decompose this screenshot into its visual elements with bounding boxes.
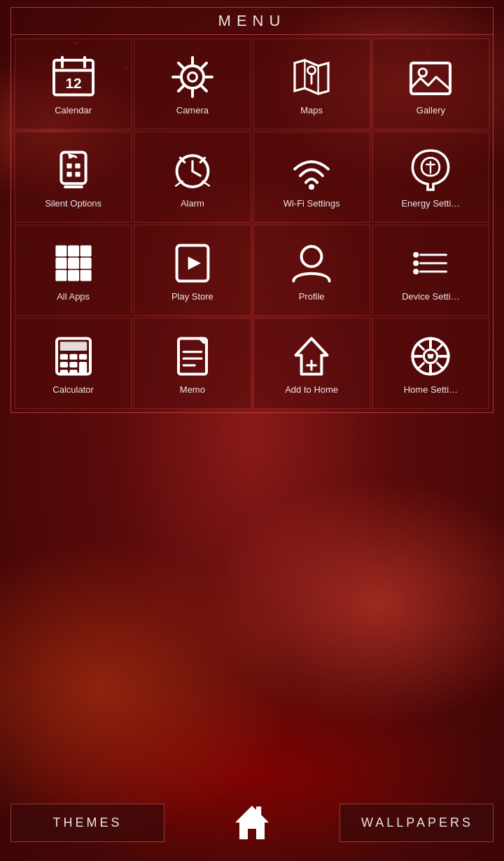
- calendar-label: Calendar: [55, 105, 92, 116]
- svg-line-13: [178, 85, 185, 91]
- svg-point-34: [309, 184, 314, 190]
- svg-rect-36: [55, 246, 66, 257]
- device-settings-label: Device Setti…: [402, 291, 459, 302]
- svg-rect-25: [75, 172, 80, 177]
- app-item-add-to-home[interactable]: Add to Home: [253, 318, 370, 409]
- svg-point-50: [414, 260, 419, 266]
- silent-options-icon: [51, 148, 96, 192]
- svg-point-14: [188, 73, 197, 82]
- svg-rect-22: [66, 164, 71, 169]
- gallery-label: Gallery: [416, 105, 445, 116]
- svg-point-48: [414, 252, 419, 258]
- add-to-home-icon: [289, 334, 334, 379]
- profile-icon: [289, 241, 334, 286]
- device-settings-icon: [408, 241, 453, 286]
- silent-options-label: Silent Options: [45, 198, 102, 209]
- bottom-area: [0, 413, 504, 791]
- calculator-icon: [51, 334, 96, 379]
- bottom-bar: THEMES WALLPAPERS: [0, 791, 504, 861]
- app-item-device-settings[interactable]: Device Setti…: [372, 225, 489, 316]
- app-item-profile[interactable]: Profile: [253, 225, 370, 316]
- svg-rect-57: [69, 354, 77, 360]
- energy-settings-label: Energy Setti…: [401, 198, 460, 209]
- app-item-calendar[interactable]: 12 Calendar: [15, 38, 132, 130]
- app-item-energy-settings[interactable]: Energy Setti…: [372, 132, 489, 223]
- svg-rect-64: [178, 339, 206, 374]
- menu-header: MENU: [10, 7, 493, 34]
- app-item-wifi-settings[interactable]: Wi-Fi Settings: [253, 132, 370, 223]
- app-item-play-store[interactable]: Play Store: [134, 225, 251, 316]
- home-icon: [231, 802, 273, 844]
- app-grid: 12 Calendar Camera Maps Gallery Silent O…: [15, 38, 489, 409]
- svg-line-79: [438, 344, 444, 350]
- calendar-icon: 12: [51, 55, 96, 99]
- svg-rect-82: [256, 806, 261, 816]
- wifi-settings-label: Wi-Fi Settings: [284, 198, 340, 209]
- svg-rect-58: [79, 354, 87, 360]
- svg-rect-44: [80, 270, 91, 281]
- svg-rect-24: [66, 172, 71, 177]
- svg-rect-23: [75, 164, 80, 169]
- svg-line-11: [200, 85, 206, 91]
- alarm-label: Alarm: [181, 198, 204, 209]
- svg-rect-55: [59, 342, 86, 351]
- svg-rect-61: [79, 362, 87, 374]
- svg-rect-62: [59, 370, 67, 374]
- svg-line-10: [178, 63, 185, 69]
- all-apps-icon: [51, 241, 96, 286]
- maps-icon: [289, 55, 334, 99]
- app-item-alarm[interactable]: Alarm: [134, 132, 251, 223]
- app-item-all-apps[interactable]: All Apps: [15, 225, 132, 316]
- svg-line-80: [418, 363, 424, 370]
- app-item-camera[interactable]: Camera: [134, 38, 251, 130]
- maps-label: Maps: [300, 105, 323, 116]
- app-item-gallery[interactable]: Gallery: [372, 38, 489, 130]
- svg-rect-43: [68, 270, 79, 281]
- svg-rect-63: [69, 370, 77, 374]
- calculator-label: Calculator: [52, 384, 94, 396]
- svg-rect-39: [55, 258, 66, 269]
- memo-icon: [170, 334, 215, 379]
- svg-point-18: [308, 66, 316, 74]
- memo-label: Memo: [180, 384, 205, 396]
- svg-rect-40: [68, 258, 79, 269]
- home-settings-icon: [408, 334, 453, 379]
- profile-label: Profile: [299, 291, 325, 302]
- app-item-silent-options[interactable]: Silent Options: [15, 132, 132, 223]
- svg-line-78: [438, 363, 444, 370]
- camera-label: Camera: [176, 105, 209, 116]
- svg-rect-42: [55, 270, 66, 281]
- camera-icon: [170, 55, 215, 99]
- gallery-icon: [408, 55, 453, 99]
- play-store-icon: [170, 241, 215, 286]
- svg-line-77: [418, 344, 424, 350]
- app-item-home-settings[interactable]: Home Setti…: [372, 318, 489, 409]
- svg-rect-41: [80, 258, 91, 269]
- all-apps-label: All Apps: [57, 291, 90, 302]
- add-to-home-label: Add to Home: [285, 384, 338, 396]
- menu-title: MENU: [218, 12, 286, 29]
- home-button[interactable]: [227, 798, 276, 847]
- home-settings-label: Home Setti…: [404, 384, 458, 396]
- svg-rect-59: [59, 362, 67, 368]
- svg-rect-60: [69, 362, 77, 368]
- play-store-label: Play Store: [172, 291, 214, 302]
- energy-settings-icon: [408, 148, 453, 192]
- svg-marker-81: [235, 806, 269, 839]
- svg-rect-56: [59, 354, 67, 360]
- app-item-memo[interactable]: Memo: [134, 318, 251, 409]
- app-item-maps[interactable]: Maps: [253, 38, 370, 130]
- svg-rect-38: [80, 246, 91, 257]
- wallpapers-button[interactable]: WALLPAPERS: [340, 804, 493, 842]
- alarm-icon: [170, 148, 215, 192]
- svg-line-29: [192, 172, 200, 176]
- app-grid-wrapper: 12 Calendar Camera Maps Gallery Silent O…: [10, 34, 493, 413]
- app-item-calculator[interactable]: Calculator: [15, 318, 132, 409]
- wifi-settings-icon: [289, 148, 334, 192]
- themes-button[interactable]: THEMES: [10, 804, 164, 842]
- svg-rect-19: [411, 63, 450, 94]
- svg-marker-46: [188, 257, 200, 270]
- svg-point-20: [419, 69, 427, 76]
- svg-text:12: 12: [65, 75, 81, 91]
- svg-point-52: [414, 269, 419, 274]
